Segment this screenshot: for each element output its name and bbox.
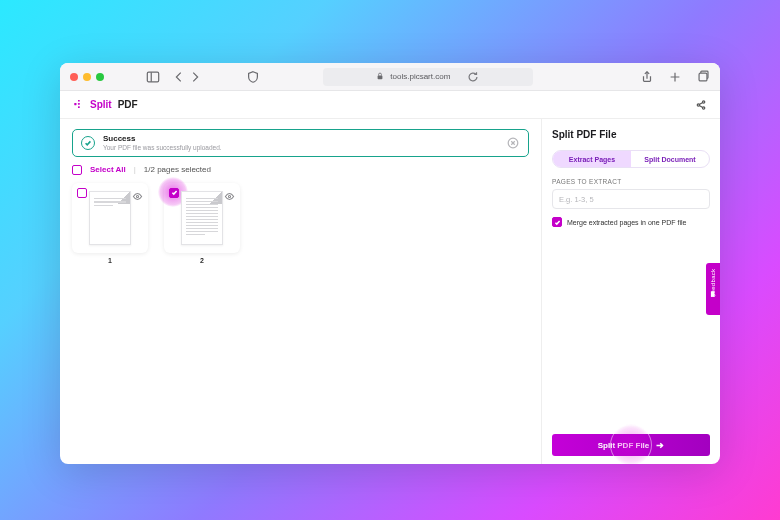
browser-window: tools.picsart.com (60, 63, 720, 464)
svg-point-12 (702, 106, 704, 108)
svg-rect-0 (147, 72, 158, 82)
banner-subtitle: Your PDF file was successfully uploaded. (103, 144, 222, 151)
page-number: 1 (108, 257, 112, 264)
app-header: Split PDF (60, 91, 720, 119)
svg-line-14 (699, 105, 702, 107)
forward-button[interactable] (188, 70, 202, 84)
maximize-window-button[interactable] (96, 73, 104, 81)
svg-point-19 (228, 195, 230, 197)
svg-rect-9 (78, 106, 80, 108)
app-share-icon[interactable] (694, 98, 708, 112)
selection-bar: Select All | 1/2 pages selected (72, 165, 529, 175)
page-checkbox[interactable] (169, 188, 179, 198)
svg-rect-8 (78, 103, 80, 105)
options-panel: Split PDF File Extract Pages Split Docum… (542, 119, 720, 464)
page-number: 2 (200, 257, 204, 264)
svg-rect-5 (699, 73, 707, 81)
page-mini-preview (181, 191, 223, 245)
refresh-icon[interactable] (466, 70, 480, 84)
back-button[interactable] (172, 70, 186, 84)
feedback-icon (709, 291, 717, 298)
success-banner: Success Your PDF file was successfully u… (72, 129, 529, 157)
svg-point-11 (702, 100, 704, 102)
cta-label: Split PDF File (598, 441, 650, 450)
tab-split-document[interactable]: Split Document (631, 151, 709, 167)
separator: | (134, 165, 136, 174)
tabs-overview-icon[interactable] (696, 70, 710, 84)
select-all-label[interactable]: Select All (90, 165, 126, 174)
mode-tabs: Extract Pages Split Document (552, 150, 710, 168)
share-icon[interactable] (640, 70, 654, 84)
svg-rect-6 (74, 102, 76, 104)
success-check-icon (81, 136, 95, 150)
close-window-button[interactable] (70, 73, 78, 81)
merge-checkbox[interactable] (552, 217, 562, 227)
app-title-word-a: Split (90, 99, 112, 110)
new-tab-icon[interactable] (668, 70, 682, 84)
split-pdf-button[interactable]: Split PDF File (552, 434, 710, 456)
page-checkbox[interactable] (77, 188, 87, 198)
arrow-right-icon (655, 441, 664, 450)
pages-panel: Success Your PDF file was successfully u… (60, 119, 542, 464)
merge-label: Merge extracted pages in one PDF file (567, 219, 686, 226)
preview-icon[interactable] (132, 188, 143, 206)
page-thumbnails: 1 (72, 183, 529, 264)
svg-point-18 (136, 195, 138, 197)
lock-icon (376, 72, 384, 82)
svg-rect-7 (78, 99, 80, 101)
app-title-word-b: PDF (118, 99, 138, 110)
address-bar[interactable]: tools.picsart.com (323, 68, 533, 86)
feedback-tab[interactable]: Feedback (706, 263, 720, 315)
minimize-window-button[interactable] (83, 73, 91, 81)
select-all-checkbox[interactable] (72, 165, 82, 175)
sidebar-toggle-icon[interactable] (146, 70, 160, 84)
svg-rect-2 (378, 75, 383, 79)
preview-icon[interactable] (224, 188, 235, 206)
pages-to-extract-input[interactable] (552, 189, 710, 209)
panel-title: Split PDF File (552, 129, 710, 140)
page-card: 1 (72, 183, 148, 264)
page-thumb-1[interactable] (72, 183, 148, 253)
banner-close-icon[interactable] (506, 136, 520, 150)
tab-extract-pages[interactable]: Extract Pages (553, 151, 631, 167)
window-controls (70, 73, 104, 81)
address-bar-host: tools.picsart.com (390, 72, 450, 81)
pages-to-extract-label: PAGES TO EXTRACT (552, 178, 710, 185)
page-mini-preview (89, 191, 131, 245)
brand-icon (72, 98, 84, 112)
browser-toolbar: tools.picsart.com (60, 63, 720, 91)
main-area: Success Your PDF file was successfully u… (60, 119, 720, 464)
page-thumb-2[interactable] (164, 183, 240, 253)
shield-icon[interactable] (246, 70, 260, 84)
app-title: Split PDF (72, 98, 138, 112)
svg-line-13 (699, 102, 702, 104)
selection-count: 1/2 pages selected (144, 165, 211, 174)
banner-title: Success (103, 135, 222, 144)
svg-point-10 (697, 103, 699, 105)
merge-option-row: Merge extracted pages in one PDF file (552, 217, 710, 227)
page-card: 2 (164, 183, 240, 264)
